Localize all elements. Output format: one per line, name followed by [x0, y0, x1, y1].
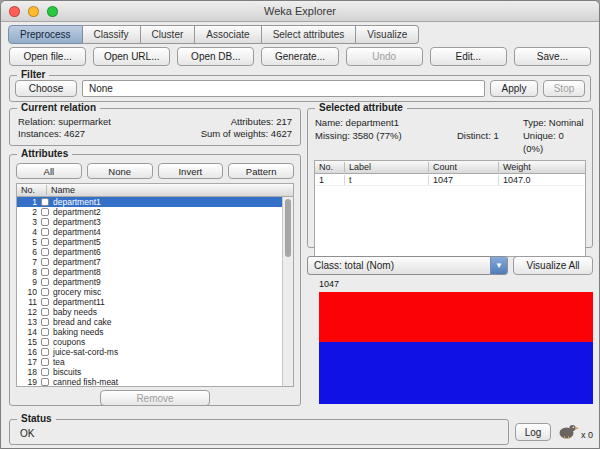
close-button[interactable] — [9, 6, 20, 17]
attribute-name: department3 — [53, 217, 280, 227]
spacer — [457, 116, 523, 129]
column-header-count: Count — [429, 162, 499, 172]
filter-value-field[interactable]: None — [82, 80, 485, 97]
attribute-checkbox[interactable] — [41, 268, 49, 276]
minimize-button[interactable] — [28, 6, 39, 17]
attribute-row[interactable]: 15coupons — [17, 337, 293, 347]
attribute-row[interactable]: 13bread and cake — [17, 317, 293, 327]
attribute-name: department6 — [53, 247, 280, 257]
attribute-checkbox[interactable] — [41, 378, 49, 386]
attribute-row[interactable]: 2department2 — [17, 207, 293, 217]
filter-choose-button[interactable]: Choose — [15, 80, 77, 97]
attribute-number: 13 — [17, 317, 41, 327]
label-table-row[interactable]: 1t10471047.0 — [315, 174, 585, 186]
attribute-checkbox[interactable] — [41, 218, 49, 226]
attribute-name: department9 — [53, 277, 280, 287]
label-table-body: 1t10471047.0 — [314, 173, 586, 257]
attributes-table-header: No. Name — [16, 183, 294, 196]
attributes-list[interactable]: 1department12department23department34dep… — [16, 196, 294, 387]
attribute-checkbox[interactable] — [41, 198, 49, 206]
attribute-number: 2 — [17, 207, 41, 217]
attribute-row[interactable]: 11department11 — [17, 297, 293, 307]
column-header-weight: Weight — [499, 162, 585, 172]
status-panel: Status OK — [9, 419, 509, 445]
attribute-checkbox[interactable] — [41, 348, 49, 356]
tab-select-attributes[interactable]: Select attributes — [262, 25, 357, 44]
current-relation-panel: Current relation Relation: supermarket I… — [9, 108, 301, 146]
attribute-number: 1 — [17, 197, 41, 207]
attribute-row[interactable]: 8department8 — [17, 267, 293, 277]
attribute-checkbox[interactable] — [41, 278, 49, 286]
attributes-scrollbar[interactable] — [282, 197, 293, 386]
attribute-name: bread and cake — [53, 317, 280, 327]
attribute-number: 11 — [17, 297, 41, 307]
title-bar[interactable]: Weka Explorer — [1, 1, 599, 22]
attribute-row[interactable]: 10grocery misc — [17, 287, 293, 297]
attribute-row[interactable]: 18biscuits — [17, 367, 293, 377]
attribute-row[interactable]: 16juice-sat-cord-ms — [17, 347, 293, 357]
attribute-checkbox[interactable] — [41, 318, 49, 326]
attribute-row[interactable]: 19canned fish-meat — [17, 377, 293, 387]
tab-preprocess[interactable]: Preprocess — [8, 25, 83, 44]
scrollbar-thumb[interactable] — [285, 199, 291, 257]
instances-count: Instances: 4627 — [18, 128, 162, 140]
attribute-checkbox[interactable] — [41, 258, 49, 266]
filter-apply-button[interactable]: Apply — [490, 80, 538, 97]
pattern-button[interactable]: Pattern — [228, 163, 294, 179]
tab-associate[interactable]: Associate — [195, 25, 261, 44]
tab-bar: PreprocessClassifyClusterAssociateSelect… — [8, 25, 419, 44]
attribute-checkbox[interactable] — [41, 248, 49, 256]
select-all-button[interactable]: All — [16, 163, 82, 179]
undo-button: Undo — [346, 47, 423, 66]
attribute-checkbox[interactable] — [41, 288, 49, 296]
column-header-no: No. — [315, 162, 345, 172]
log-button[interactable]: Log — [515, 423, 551, 441]
attribute-checkbox[interactable] — [41, 358, 49, 366]
attribute-row[interactable]: 5department5 — [17, 237, 293, 247]
attribute-number: 17 — [17, 357, 41, 367]
attribute-row[interactable]: 9department9 — [17, 277, 293, 287]
save-button[interactable]: Save... — [514, 47, 591, 66]
current-relation-title: Current relation — [17, 102, 100, 113]
attribute-checkbox[interactable] — [41, 238, 49, 246]
tab-classify[interactable]: Classify — [83, 25, 141, 44]
attribute-checkbox[interactable] — [41, 368, 49, 376]
attribute-number: 15 — [17, 337, 41, 347]
attribute-checkbox[interactable] — [41, 228, 49, 236]
attribute-checkbox[interactable] — [41, 208, 49, 216]
attribute-row[interactable]: 12baby needs — [17, 307, 293, 317]
chevron-down-icon[interactable]: ▼ — [490, 257, 507, 274]
class-dropdown-value: Class: total (Nom) — [308, 257, 490, 274]
attribute-name: baking needs — [53, 327, 280, 337]
attribute-row[interactable]: 3department3 — [17, 217, 293, 227]
attribute-number: 19 — [17, 377, 41, 387]
invert-selection-button[interactable]: Invert — [158, 163, 224, 179]
attribute-row[interactable]: 6department6 — [17, 247, 293, 257]
window-controls — [9, 6, 58, 17]
attribute-checkbox[interactable] — [41, 298, 49, 306]
attribute-row[interactable]: 14baking needs — [17, 327, 293, 337]
filter-panel: Filter Choose None Apply Stop — [9, 75, 591, 102]
open-url-button[interactable]: Open URL... — [93, 47, 170, 66]
open-file-button[interactable]: Open file... — [9, 47, 86, 66]
attribute-checkbox[interactable] — [41, 338, 49, 346]
attribute-row[interactable]: 7department7 — [17, 257, 293, 267]
attribute-type-stat: Type: Nominal — [523, 116, 585, 129]
generate-button[interactable]: Generate... — [261, 47, 338, 66]
attribute-row[interactable]: 4department4 — [17, 227, 293, 237]
attribute-checkbox[interactable] — [41, 308, 49, 316]
zoom-button[interactable] — [47, 6, 58, 17]
open-db-button[interactable]: Open DB... — [177, 47, 254, 66]
attribute-row[interactable]: 17tea — [17, 357, 293, 367]
tab-visualize[interactable]: Visualize — [356, 25, 419, 44]
tab-cluster[interactable]: Cluster — [141, 25, 196, 44]
bar-count-label: 1047 — [319, 279, 593, 292]
edit-button[interactable]: Edit... — [430, 47, 507, 66]
attribute-row[interactable]: 1department1 — [17, 197, 293, 207]
attribute-name: department4 — [53, 227, 280, 237]
class-dropdown[interactable]: Class: total (Nom) ▼ — [307, 256, 508, 275]
table-cell: 1047.0 — [499, 175, 585, 185]
select-none-button[interactable]: None — [87, 163, 153, 179]
attribute-checkbox[interactable] — [41, 328, 49, 336]
visualize-all-button[interactable]: Visualize All — [513, 256, 593, 275]
